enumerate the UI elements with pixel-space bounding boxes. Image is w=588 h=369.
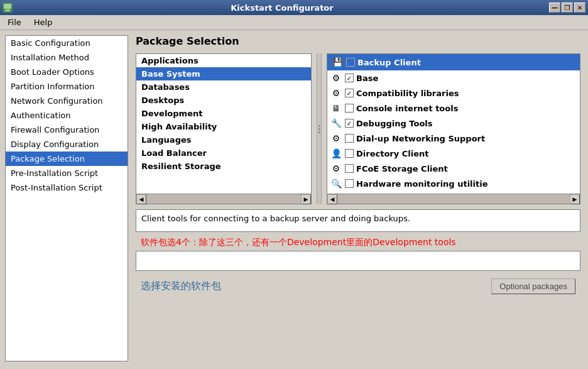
description-area: Client tools for connecting to a backup …	[136, 209, 580, 271]
bottom-label: 选择安装的软件包	[141, 280, 221, 293]
hscroll-right[interactable]: ▶	[301, 194, 311, 204]
svg-rect-2	[5, 9, 10, 11]
pkg-debug-label: Debugging Tools	[356, 119, 433, 128]
restore-button[interactable]: ❐	[562, 3, 573, 13]
backup-client-checkbox[interactable]	[346, 58, 355, 67]
title-bar-left	[0, 3, 15, 13]
sidebar-item-display-config[interactable]: Display Configuration	[6, 137, 128, 151]
description-box: Client tools for connecting to a backup …	[136, 209, 580, 232]
app-icon	[3, 3, 13, 13]
pkg-compat-label: Compatibility libraries	[356, 89, 459, 98]
sidebar-item-boot-loader[interactable]: Boot Loader Options	[6, 65, 128, 79]
window-title: Kickstart Configurator	[15, 3, 549, 13]
package-scroll-area[interactable]: 💾 Backup Client ⚙ Base ⚙ Compatibility l…	[327, 54, 580, 194]
pkg-directory-label: Directory Client	[356, 149, 428, 158]
backup-client-icon: 💾	[331, 56, 344, 69]
pkg-hscroll-track[interactable]	[337, 194, 570, 204]
resize-dots	[318, 125, 320, 133]
sidebar-item-firewall-config[interactable]: Firewall Configuration	[6, 123, 128, 137]
pkg-console-icon: 🖥	[330, 102, 342, 114]
pkg-fcoe-storage[interactable]: ⚙ FCoE Storage Client	[327, 161, 580, 176]
sidebar-item-partition-info[interactable]: Partition Information	[6, 79, 128, 94]
category-applications[interactable]: Applications	[136, 54, 311, 67]
sidebar-item-authentication[interactable]: Authentication	[6, 108, 128, 123]
pkg-fcoe-label: FCoE Storage Client	[356, 164, 448, 173]
pkg-hw-checkbox[interactable]	[345, 179, 354, 188]
pkg-console-label: Console internet tools	[356, 104, 458, 113]
sidebar-item-network-config[interactable]: Network Configuration	[6, 94, 128, 108]
category-base-system[interactable]: Base System	[136, 67, 311, 80]
pkg-fcoe-checkbox[interactable]	[345, 164, 354, 173]
resize-dot-3	[318, 131, 320, 133]
pkg-dialup-label: Dial-up Networking Support	[356, 134, 485, 143]
right-panel: Package Selection Applications Base Syst…	[128, 30, 588, 366]
pkg-hw-icon: 🔍	[330, 177, 342, 190]
resize-handle[interactable]	[317, 53, 322, 204]
menu-file[interactable]: File	[3, 16, 26, 28]
sidebar-item-pre-install[interactable]: Pre-Installation Script	[6, 166, 128, 180]
pkg-base-label: Base	[356, 74, 378, 83]
pkg-hscroll-right[interactable]: ▶	[570, 194, 580, 204]
sidebar-item-package-selection[interactable]: Package Selection	[6, 151, 128, 166]
category-resilient-storage[interactable]: Resilient Storage	[136, 160, 311, 173]
pkg-hw-monitoring[interactable]: 🔍 Hardware monitoring utilitie	[327, 176, 580, 191]
hscroll-left[interactable]: ◀	[136, 194, 146, 204]
category-languages[interactable]: Languages	[136, 133, 311, 146]
pkg-compat-checkbox[interactable]	[345, 89, 354, 97]
pkg-directory-client[interactable]: 👤 Directory Client	[327, 146, 580, 161]
sidebar: Basic Configuration Installation Method …	[5, 35, 128, 361]
sidebar-item-basic-config[interactable]: Basic Configuration	[6, 36, 128, 50]
pkg-dialup-icon: ⚙	[330, 132, 342, 145]
lists-area: Applications Base System Databases Deskt…	[136, 53, 580, 204]
panel-title: Package Selection	[136, 35, 580, 47]
optional-packages-button[interactable]: Optional packages	[491, 278, 575, 294]
pkg-dialup[interactable]: ⚙ Dial-up Networking Support	[327, 131, 580, 146]
pkg-hscroll-left[interactable]: ◀	[327, 194, 337, 204]
svg-rect-1	[4, 4, 11, 9]
category-databases[interactable]: Databases	[136, 80, 311, 94]
pkg-compat-libs[interactable]: ⚙ Compatibility libraries	[327, 85, 580, 101]
sidebar-item-install-method[interactable]: Installation Method	[6, 50, 128, 65]
sidebar-item-post-install[interactable]: Post-Installation Script	[6, 180, 128, 195]
pkg-compat-icon: ⚙	[330, 87, 342, 99]
pkg-fcoe-icon: ⚙	[330, 162, 342, 175]
pkg-console-internet[interactable]: 🖥 Console internet tools	[327, 101, 580, 116]
pkg-base[interactable]: ⚙ Base	[327, 70, 580, 85]
pkg-dialup-checkbox[interactable]	[345, 134, 354, 143]
package-list: 💾 Backup Client ⚙ Base ⚙ Compatibility l…	[327, 53, 580, 204]
close-button[interactable]: ✕	[574, 3, 585, 13]
pkg-debug-checkbox[interactable]	[345, 119, 354, 128]
minimize-button[interactable]: —	[549, 3, 560, 13]
pkg-base-icon: ⚙	[330, 72, 342, 84]
main-content: Basic Configuration Installation Method …	[0, 30, 588, 366]
pkg-console-checkbox[interactable]	[345, 104, 354, 113]
note-extra-box	[136, 251, 580, 271]
pkg-directory-checkbox[interactable]	[345, 149, 354, 158]
pkg-debug-tools[interactable]: 🔧 Debugging Tools	[327, 116, 580, 131]
menu-bar: File Help	[0, 15, 588, 30]
hscroll-track[interactable]	[146, 194, 301, 204]
resize-dot-1	[318, 125, 320, 127]
resize-dot-2	[318, 128, 320, 130]
pkg-base-checkbox[interactable]	[345, 74, 354, 82]
category-desktops[interactable]: Desktops	[136, 94, 311, 107]
category-list: Applications Base System Databases Deskt…	[136, 53, 312, 204]
package-group-header[interactable]: 💾 Backup Client	[327, 54, 580, 70]
category-scroll-area[interactable]: Applications Base System Databases Deskt…	[136, 54, 311, 194]
pkg-debug-icon: 🔧	[330, 117, 342, 129]
note-text: 软件包选4个：除了这三个，还有一个Development里面的Developme…	[136, 234, 580, 251]
window-controls: — ❐ ✕	[549, 3, 588, 13]
package-hscroll[interactable]: ◀ ▶	[327, 194, 580, 204]
category-development[interactable]: Development	[136, 107, 311, 120]
menu-help[interactable]: Help	[29, 16, 58, 28]
bottom-area: 选择安装的软件包 Optional packages	[136, 278, 580, 294]
category-high-availability[interactable]: High Availability	[136, 120, 311, 133]
backup-client-label: Backup Client	[357, 58, 421, 67]
title-bar: Kickstart Configurator — ❐ ✕	[0, 0, 588, 15]
category-hscroll[interactable]: ◀ ▶	[136, 194, 311, 204]
pkg-hw-label: Hardware monitoring utilitie	[356, 179, 488, 189]
pkg-directory-icon: 👤	[330, 147, 342, 160]
category-load-balancer[interactable]: Load Balancer	[136, 146, 311, 160]
